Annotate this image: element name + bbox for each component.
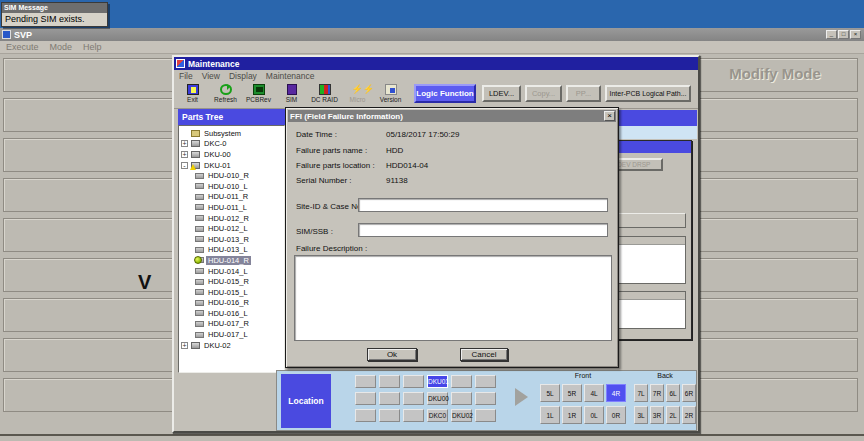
tree-item-hdu-017-l[interactable]: HDU-017_L — [179, 329, 284, 340]
tree-item-hdu-014-l[interactable]: HDU-014_L — [179, 266, 284, 277]
expand-toggle-icon[interactable]: + — [181, 140, 188, 147]
rack-cell-empty[interactable] — [451, 375, 472, 388]
close-button[interactable]: × — [850, 30, 861, 39]
cancel-button[interactable]: Cancel — [460, 348, 508, 361]
slot-0r[interactable]: 0R — [606, 406, 626, 424]
svp-title-bar[interactable]: SVP _□× — [0, 28, 864, 41]
slot-5r[interactable]: 5R — [562, 384, 582, 402]
maintenance-title-bar[interactable]: Maintenance — [174, 57, 698, 70]
tree-item-hdu-016-l[interactable]: HDU-016_L — [179, 308, 284, 319]
tree-item-hdu-015-l[interactable]: HDU-015_L — [179, 287, 284, 298]
tree-item-hdu-012-r[interactable]: HDU-012_R — [179, 213, 284, 224]
hdu-icon — [195, 279, 204, 285]
tree-item-dku-02[interactable]: +DKU-02 — [179, 340, 284, 351]
menu-view[interactable]: View — [202, 71, 220, 81]
tree-item-hdu-012-l[interactable]: HDU-012_L — [179, 223, 284, 234]
svp-menu-execute[interactable]: Execute — [6, 42, 39, 52]
field-value: 05/18/2017 17:50:29 — [386, 130, 459, 139]
svp-menu-help[interactable]: Help — [83, 42, 102, 52]
ffi-info-row-failure-parts-location-: Failure parts location :HDD014-04 — [296, 161, 428, 170]
tree-item-hdu-013-l[interactable]: HDU-013_L — [179, 245, 284, 256]
tree-item-hdu-010-l[interactable]: HDU-010_L — [179, 181, 284, 192]
toolbar-button-micro: ⚡⚡Micro — [341, 83, 374, 103]
ok-button[interactable]: Ok — [367, 348, 417, 361]
slot-4r[interactable]: 4R — [606, 384, 626, 402]
maximize-button[interactable]: □ — [838, 30, 849, 39]
rack-cell-empty[interactable] — [403, 392, 424, 405]
failure-description-textarea[interactable] — [294, 255, 612, 341]
toolbar-button-dc-raid[interactable]: DC RAID — [308, 83, 341, 103]
tree-item-label: HDU-014_L — [206, 267, 250, 276]
tree-item-hdu-010-r[interactable]: HDU-010_R — [179, 170, 284, 181]
sim-ssb-input[interactable] — [358, 223, 608, 237]
action-button-ldev-[interactable]: LDEV... — [482, 85, 521, 102]
rack-cell-empty[interactable] — [355, 392, 376, 405]
slot-7r[interactable]: 7R — [650, 384, 664, 402]
slot-3l[interactable]: 3L — [634, 406, 648, 424]
slot-5l[interactable]: 5L — [540, 384, 560, 402]
rack-cell-dku01[interactable]: DKU01 — [427, 375, 448, 388]
minimize-button[interactable]: _ — [826, 30, 837, 39]
tree-item-dku-01[interactable]: -DKU-01 — [179, 160, 284, 171]
tree-item-dku-00[interactable]: +DKU-00 — [179, 149, 284, 160]
expand-toggle-icon[interactable]: + — [181, 342, 188, 349]
rack-cell-empty[interactable] — [451, 392, 472, 405]
toolbar-button-sim[interactable]: SIM — [275, 83, 308, 103]
toolbar-button-version[interactable]: Version — [374, 83, 407, 103]
tree-item-hdu-017-r[interactable]: HDU-017_R — [179, 319, 284, 330]
rack-cell-empty[interactable] — [379, 392, 400, 405]
slot-1l[interactable]: 1L — [540, 406, 560, 424]
expand-toggle-icon[interactable]: - — [181, 162, 188, 169]
slot-4l[interactable]: 4L — [584, 384, 604, 402]
sim-popup-message[interactable]: Pending SIM exists. — [2, 13, 107, 24]
action-button-inter-pcb-logical-path-[interactable]: Inter-PCB Logical Path... — [605, 85, 691, 102]
ffi-dialog: FFI (Field Failure Information) × Date T… — [285, 107, 619, 368]
slot-3r[interactable]: 3R — [650, 406, 664, 424]
slot-2r[interactable]: 2R — [682, 406, 696, 424]
toolbar-button-pcbrev[interactable]: PCBRev — [242, 83, 275, 103]
tree-item-dkc-0[interactable]: +DKC-0 — [179, 139, 284, 150]
tree-item-hdu-011-r[interactable]: HDU-011_R — [179, 192, 284, 203]
unit-icon — [191, 162, 200, 169]
slot-7l[interactable]: 7L — [634, 384, 648, 402]
toolbar-button-exit[interactable]: Exit — [176, 83, 209, 103]
action-button-logic-function[interactable]: Logic Function — [414, 84, 476, 103]
rack-cell-empty[interactable] — [475, 409, 496, 422]
slot-6r[interactable]: 6R — [682, 384, 696, 402]
menu-display[interactable]: Display — [229, 71, 257, 81]
toolbar-button-refresh[interactable]: Refresh — [209, 83, 242, 103]
action-button-pp-: PP... — [566, 85, 601, 102]
tree-item-label: HDU-017_R — [206, 319, 251, 328]
menu-maintenance[interactable]: Maintenance — [266, 71, 315, 81]
rack-cell-empty[interactable] — [355, 375, 376, 388]
svp-window-title: SVP — [14, 30, 32, 40]
tree-item-hdu-011-l[interactable]: HDU-011_L — [179, 202, 284, 213]
rack-cell-dkc0[interactable]: DKC0 — [427, 409, 448, 422]
tree-item-hdu-014-r[interactable]: HDU-014_R — [179, 255, 284, 266]
slot-1r[interactable]: 1R — [562, 406, 582, 424]
slot-6l[interactable]: 6L — [666, 384, 680, 402]
tree-item-hdu-016-r[interactable]: HDU-016_R — [179, 298, 284, 309]
rack-cell-empty[interactable] — [475, 392, 496, 405]
site-id-case-input[interactable] — [358, 198, 608, 212]
expand-toggle-icon[interactable]: + — [181, 151, 188, 158]
rack-cell-empty[interactable] — [403, 409, 424, 422]
rack-cell-dku00[interactable]: DKU00 — [427, 392, 448, 405]
rack-cell-empty[interactable] — [475, 375, 496, 388]
svp-menu-mode[interactable]: Mode — [50, 42, 73, 52]
ffi-info-row-date-time-: Date Time :05/18/2017 17:50:29 — [296, 130, 459, 139]
slot-2l[interactable]: 2L — [666, 406, 680, 424]
rack-cell-empty[interactable] — [379, 409, 400, 422]
close-icon[interactable]: × — [604, 111, 615, 121]
tree-item-hdu-013-r[interactable]: HDU-013_R — [179, 234, 284, 245]
menu-file[interactable]: File — [179, 71, 193, 81]
ffi-title-bar[interactable]: FFI (Field Failure Information) × — [288, 110, 616, 122]
rack-cell-empty[interactable] — [355, 409, 376, 422]
tree-item-hdu-015-r[interactable]: HDU-015_R — [179, 276, 284, 287]
tree-item-subsystem[interactable]: Subsystem — [179, 128, 284, 139]
rack-cell-empty[interactable] — [403, 375, 424, 388]
slot-0l[interactable]: 0L — [584, 406, 604, 424]
rack-cell-dku02[interactable]: DKU02 — [451, 409, 472, 422]
rack-cell-empty[interactable] — [379, 375, 400, 388]
sim-ssb-label: SIM/SSB : — [296, 227, 333, 236]
